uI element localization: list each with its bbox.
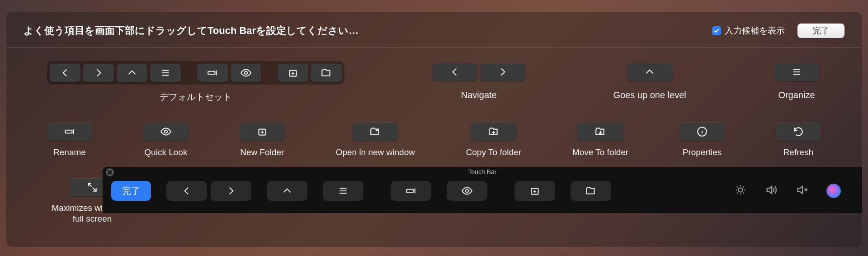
refresh-button[interactable] — [776, 123, 821, 141]
rename-label: Rename — [53, 147, 86, 158]
done-button[interactable]: 完了 — [797, 24, 844, 38]
default-set-group[interactable] — [47, 61, 344, 85]
new-folder-button[interactable] — [240, 123, 285, 141]
show-suggestions-label: 入力候補を表示 — [725, 25, 785, 37]
touch-bar-panel: Touch Bar 完了 — [103, 167, 862, 213]
tb-eye-icon[interactable] — [447, 181, 487, 201]
touch-bar-close-icon[interactable] — [106, 168, 114, 176]
instruction-text: よく使う項目を画面下部にドラッグしてTouch Barを設定してください… — [24, 24, 359, 38]
default-set-label: デフォルトセット — [160, 91, 232, 103]
up-one-level-group[interactable] — [625, 61, 674, 83]
tb-back-icon[interactable] — [166, 181, 207, 201]
organize-label: Organize — [778, 89, 815, 101]
tb-forward-icon[interactable] — [211, 181, 251, 201]
new-folder-label: New Folder — [240, 147, 284, 158]
svg-point-10 — [738, 188, 742, 192]
eye-icon[interactable] — [231, 64, 261, 82]
chevron-up-icon[interactable] — [627, 63, 672, 81]
siri-icon[interactable] — [826, 184, 841, 198]
refresh-label: Refresh — [783, 147, 814, 158]
properties-button[interactable] — [679, 123, 725, 141]
brightness-down-icon[interactable] — [734, 184, 747, 199]
copy-to-button[interactable] — [471, 123, 516, 141]
tb-newfolder-icon[interactable] — [514, 181, 555, 201]
move-to-button[interactable] — [578, 123, 623, 141]
quick-look-button[interactable] — [143, 123, 189, 141]
rename-icon[interactable] — [197, 64, 228, 82]
up-one-level-label: Goes up one level — [613, 89, 686, 101]
forward-icon[interactable] — [83, 64, 114, 82]
copy-to-label: Copy To folder — [466, 147, 521, 158]
move-to-label: Move To folder — [572, 147, 628, 158]
open-new-window-button[interactable] — [353, 123, 398, 141]
tb-folder-open-icon[interactable] — [571, 181, 611, 201]
organize-group[interactable] — [772, 61, 821, 83]
back-icon[interactable] — [50, 64, 80, 82]
quick-look-label: Quick Look — [144, 147, 187, 158]
show-suggestions-checkbox[interactable] — [712, 26, 721, 35]
new-folder-plus-icon[interactable] — [278, 64, 308, 82]
touch-bar-title: Touch Bar — [103, 167, 862, 177]
tb-list-icon[interactable] — [323, 181, 363, 201]
tb-rename-icon[interactable] — [391, 181, 431, 201]
up-icon[interactable] — [117, 64, 147, 82]
tb-up-icon[interactable] — [267, 181, 307, 201]
mute-icon[interactable] — [796, 184, 808, 199]
rename-button[interactable] — [47, 123, 92, 141]
touch-bar-done-button[interactable]: 完了 — [111, 181, 151, 201]
svg-point-4 — [165, 130, 168, 133]
organize-icon[interactable] — [774, 63, 819, 81]
folder-open-icon[interactable] — [311, 64, 342, 82]
navigate-back-icon[interactable] — [432, 63, 477, 81]
svg-point-1 — [245, 71, 248, 75]
list-icon[interactable] — [150, 64, 181, 82]
open-new-window-label: Open in new window — [336, 147, 415, 158]
properties-label: Properties — [683, 147, 722, 158]
navigate-label: Navigate — [461, 89, 497, 101]
svg-point-8 — [466, 190, 469, 193]
volume-icon[interactable] — [765, 184, 778, 199]
navigate-forward-icon[interactable] — [480, 63, 525, 81]
navigate-group[interactable] — [430, 61, 527, 83]
svg-rect-0 — [208, 71, 215, 75]
svg-rect-3 — [65, 130, 72, 133]
svg-rect-7 — [406, 190, 413, 193]
